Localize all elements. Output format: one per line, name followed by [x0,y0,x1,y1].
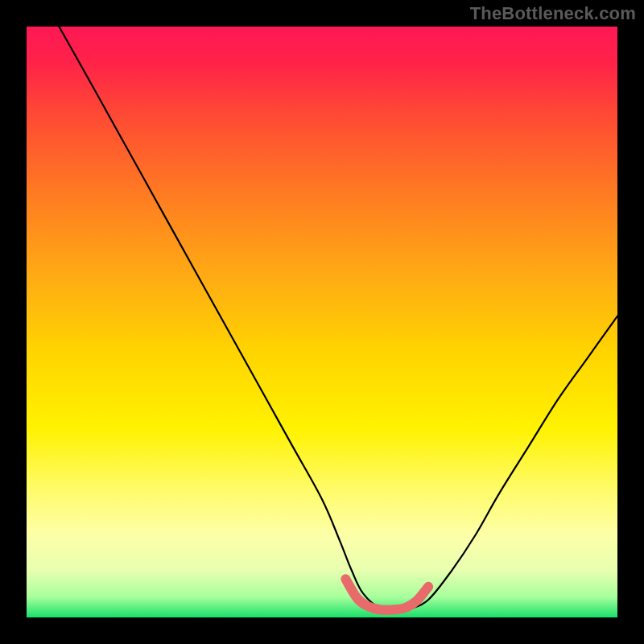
chart-frame: TheBottleneck.com [0,0,644,644]
plot-area [27,27,617,617]
gradient-background [27,27,617,617]
watermark-text: TheBottleneck.com [470,3,636,24]
plot-svg [27,27,617,617]
